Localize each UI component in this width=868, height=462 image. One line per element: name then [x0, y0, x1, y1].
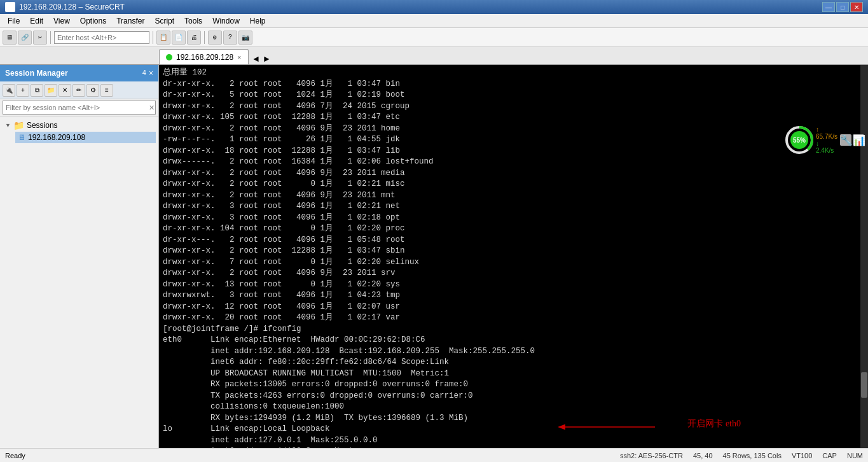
- delete-session-icon[interactable]: ✕: [59, 84, 71, 97]
- session-toolbar: 🔌 + ⧉ 📁 ✕ ✏ ⚙ ≡: [0, 81, 158, 99]
- print-icon[interactable]: 🖨: [187, 31, 201, 45]
- terminal-line: drwxr-xr-x. 2 root root 4096 9月 23 2011 …: [163, 268, 857, 279]
- net-icon-2[interactable]: 📊: [853, 134, 864, 146]
- menu-edit[interactable]: Edit: [25, 15, 48, 27]
- session-panel-title: Session Manager: [5, 69, 68, 78]
- paste-icon[interactable]: 📄: [172, 31, 186, 45]
- terminal-line: inet6 addr: fe80::20c:29ff:fe62:d8c6/64 …: [163, 357, 857, 368]
- rename-session-icon[interactable]: ✏: [72, 84, 85, 97]
- terminal-line: drwxr-xr-x. 3 root root 4096 1月 1 02:18 …: [163, 213, 857, 224]
- new-session-icon[interactable]: 🖥: [3, 31, 17, 45]
- menu-transfer[interactable]: Transfer: [111, 15, 149, 27]
- net-circle-svg: 55%: [785, 126, 813, 154]
- terminal-line: lo Link encap:Local Loopback: [163, 424, 857, 435]
- copy-icon[interactable]: 📋: [156, 31, 170, 45]
- terminal-line: drwxr-xr-x. 2 root root 0 1月 1 02:21 mis…: [163, 179, 857, 190]
- scrollbar-thumb[interactable]: [861, 372, 867, 398]
- tab-close-button[interactable]: ×: [237, 53, 241, 61]
- folder-icon-btn[interactable]: 📁: [45, 84, 57, 97]
- terminal-line: RX bytes:1294939 (1.2 MiB) TX bytes:1396…: [163, 413, 857, 424]
- menu-help[interactable]: Help: [245, 15, 271, 27]
- status-term-type: VT100: [792, 452, 812, 459]
- menu-view[interactable]: View: [48, 15, 75, 27]
- settings-icon[interactable]: ⚙: [208, 31, 222, 45]
- terminal-line: drwxr-xr-x. 20 root root 4096 1月 1 02:17…: [163, 312, 857, 324]
- terminal-line: drwxr-xr-x. 2 root root 12288 1月 1 03:47…: [163, 246, 857, 257]
- terminal-line: dr-xr-xr-x. 104 root root 0 1月 1 02:20 p…: [163, 223, 857, 235]
- more-icon[interactable]: ≡: [100, 84, 113, 97]
- session-filter-input[interactable]: [3, 101, 156, 115]
- terminal-scrollbar[interactable]: [860, 65, 868, 448]
- terminal-line: inet addr:127.0.0.1 Mask:255.0.0.0: [163, 435, 857, 447]
- terminal-line: TX packets:4263 errors:0 dropped:0 overr…: [163, 391, 857, 402]
- status-right-items: ssh2: AES-256-CTR 45, 40 45 Rows, 135 Co…: [620, 452, 863, 459]
- terminal-line: dr-xr-x---. 2 root root 4096 1月 1 05:48 …: [163, 235, 857, 246]
- net-icon-1[interactable]: 🔧: [840, 134, 851, 146]
- terminal-line: -rw-r--r--. 1 root root 26 1月 1 04:55 jd…: [163, 134, 857, 146]
- net-circle-container: 55%: [785, 126, 813, 154]
- tab-next-button[interactable]: ►: [261, 54, 272, 64]
- sessions-folder-icon: 📁: [13, 120, 24, 130]
- net-stats: ↑ 65.7K/s ↓ 2.4K/s: [816, 126, 837, 154]
- sessions-root-item[interactable]: ▼ 📁 Sessions: [3, 119, 156, 132]
- toolbar-separator-1: [50, 31, 51, 44]
- menu-window[interactable]: Window: [207, 15, 245, 27]
- terminal-line: drwxr-xr-x. 18 root root 12288 1月 1 03:4…: [163, 146, 857, 157]
- terminal-line: dr-xr-xr-x. 2 root root 4096 1月 1 03:47 …: [163, 79, 857, 90]
- status-num-lock: NUM: [847, 452, 863, 459]
- tree-children: 🖥 192.168.209.108: [3, 132, 156, 143]
- connect-session-icon[interactable]: 🔌: [3, 84, 15, 97]
- new-session-icon-2[interactable]: +: [17, 84, 29, 97]
- terminal-line: UP BROADCAST RUNNING MULTICAST MTU:1500 …: [163, 368, 857, 380]
- filter-clear-icon[interactable]: ✕: [149, 104, 155, 112]
- close-button[interactable]: ✕: [850, 2, 863, 12]
- net-widget-icons: 🔧 📊: [840, 134, 864, 146]
- toolbar-separator-2: [153, 31, 153, 44]
- host-input[interactable]: [54, 31, 149, 44]
- camera-icon[interactable]: 📷: [238, 31, 252, 45]
- tab-prev-button[interactable]: ◄: [251, 54, 261, 64]
- disconnect-icon[interactable]: ✂: [33, 31, 47, 45]
- terminal-line: eth0 Link encap:Ethernet HWaddr 00:0C:29…: [163, 335, 857, 346]
- help-icon[interactable]: ?: [223, 31, 237, 45]
- menu-file[interactable]: File: [3, 15, 25, 27]
- menu-options[interactable]: Options: [75, 15, 111, 27]
- tab-bar: 192.168.209.128 × ◄ ►: [0, 47, 868, 65]
- active-tab[interactable]: 192.168.209.128 ×: [159, 49, 249, 64]
- maximize-button[interactable]: □: [836, 2, 849, 12]
- menu-tools[interactable]: Tools: [179, 15, 207, 27]
- connect-icon[interactable]: 🔗: [18, 31, 32, 45]
- sessions-root-label: Sessions: [27, 121, 58, 130]
- session-panel-controls: 4 ×: [142, 69, 153, 78]
- session-item-0[interactable]: 🖥 192.168.209.108: [15, 132, 156, 143]
- status-caps-lock: CAP: [822, 452, 837, 459]
- menu-script[interactable]: Script: [149, 15, 179, 27]
- terminal-line: 总用量 102: [163, 67, 857, 79]
- terminal-wrapper: 总用量 102dr-xr-xr-x. 2 root root 4096 1月 1…: [159, 65, 868, 448]
- net-download: ↓ 2.4K/s: [816, 140, 837, 154]
- main-layout: Session Manager 4 × 🔌 + ⧉ 📁 ✕ ✏ ⚙ ≡ ✕ ▼: [0, 65, 868, 448]
- terminal-area[interactable]: 总用量 102dr-xr-xr-x. 2 root root 4096 1月 1…: [159, 65, 860, 448]
- terminal-line: [root@jointframe /]# ifconfig: [163, 324, 857, 335]
- properties-session-icon[interactable]: ⚙: [86, 84, 99, 97]
- net-upload: ↑ 65.7K/s: [816, 126, 837, 140]
- status-position: 45, 40: [693, 452, 713, 459]
- status-bar: Ready ssh2: AES-256-CTR 45, 40 45 Rows, …: [0, 448, 868, 462]
- session-close-icon[interactable]: ×: [149, 69, 153, 78]
- terminal-line: drwx------. 2 root root 16384 1月 1 02:06…: [163, 157, 857, 168]
- title-bar: 192.168.209.128 – SecureCRT — □ ✕: [0, 0, 868, 14]
- terminal-line: drwxr-xr-x. 3 root root 4096 1月 1 02:21 …: [163, 201, 857, 213]
- terminal-line: RX packets:13005 errors:0 dropped:0 over…: [163, 379, 857, 391]
- status-encryption: ssh2: AES-256-CTR: [620, 452, 683, 459]
- terminal-line: collisions:0 txqueuelen:1000: [163, 402, 857, 413]
- tree-expand-arrow: ▼: [5, 122, 11, 129]
- clone-session-icon[interactable]: ⧉: [31, 84, 43, 97]
- terminal-line: drwxr-xr-x. 2 root root 4096 9月 23 2011 …: [163, 123, 857, 135]
- session-pin-label: 4: [142, 69, 146, 78]
- connection-status-dot: [166, 54, 172, 60]
- minimize-button[interactable]: —: [822, 2, 835, 12]
- terminal-row: 总用量 102dr-xr-xr-x. 2 root root 4096 1月 1…: [159, 65, 868, 448]
- terminal-line: drwxrwxrwt. 3 root root 4096 1月 1 04:23 …: [163, 290, 857, 302]
- app-icon: [5, 2, 15, 12]
- terminal-line: drwxr-xr-x. 105 root root 12288 1月 1 03:…: [163, 112, 857, 123]
